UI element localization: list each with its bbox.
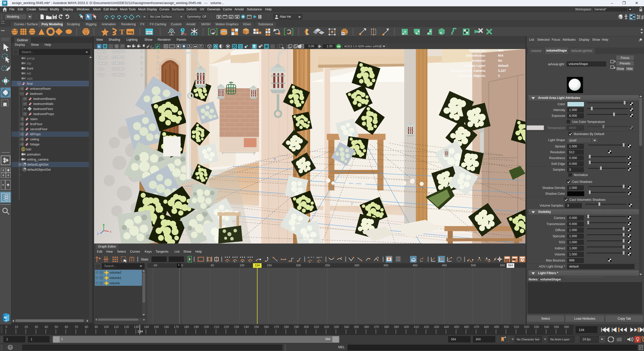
svg-text:350: 350 [354, 325, 359, 329]
svg-text:40: 40 [45, 325, 48, 329]
svg-text:ACES 1.0 SDR-video (sRGB): ACES 1.0 SDR-video (sRGB) [344, 45, 382, 48]
svg-text:370: 370 [374, 325, 379, 329]
svg-text:bedroomFloor: bedroomFloor [33, 107, 53, 111]
svg-text:0: 0 [141, 50, 143, 53]
svg-text:10: 10 [15, 325, 18, 329]
svg-text:top: top [27, 62, 31, 65]
svg-text:210: 210 [214, 325, 219, 329]
svg-text:AYA: AYA [4, 320, 7, 321]
svg-text:70: 70 [75, 325, 78, 329]
svg-text:490: 490 [494, 325, 499, 329]
svg-text:340: 340 [344, 325, 349, 329]
svg-text:T: T [119, 28, 124, 36]
svg-text:Backfaces:: Backfaces: [469, 49, 486, 52]
svg-text:20: 20 [25, 325, 28, 329]
svg-text:Instance:: Instance: [472, 59, 486, 62]
svg-text:160: 160 [164, 325, 169, 329]
svg-text:0: 0 [157, 61, 159, 65]
svg-text:320: 320 [324, 325, 329, 329]
svg-text:520: 520 [524, 325, 529, 329]
svg-text:ceiling: ceiling [30, 138, 39, 141]
svg-text:280: 280 [284, 325, 289, 329]
svg-text:0: 0 [141, 67, 143, 71]
svg-text:defaultObjectSet: defaultObjectSet [27, 168, 51, 171]
svg-text:defaultLightSet: defaultLightSet [27, 163, 49, 166]
svg-text:560: 560 [564, 325, 569, 329]
svg-text:N/A: N/A [498, 49, 504, 52]
svg-text:litProps: litProps [30, 133, 41, 136]
svg-text:bedroomBeams: bedroomBeams [33, 97, 56, 101]
svg-text:E: E [234, 260, 235, 263]
svg-text:440: 440 [444, 325, 449, 329]
svg-text:550: 550 [554, 325, 559, 329]
svg-text:entranceRoom: entranceRoom [30, 87, 51, 91]
svg-text:80: 80 [85, 325, 88, 329]
svg-text:Distance From Camera:: Distance From Camera: [450, 69, 486, 73]
svg-text:180: 180 [184, 325, 189, 329]
svg-text:250: 250 [254, 325, 259, 329]
svg-text:50: 50 [55, 325, 58, 329]
svg-text:500: 500 [504, 325, 509, 329]
svg-text:A: A [226, 260, 228, 263]
svg-text:420: 420 [424, 325, 429, 329]
svg-text:1299583: 1299583 [112, 73, 124, 77]
svg-text:volume2: volume2 [110, 271, 121, 274]
svg-text:460: 460 [464, 325, 469, 329]
svg-text:setting_camera: setting_camera [27, 158, 49, 161]
svg-text:7: 7 [351, 202, 353, 206]
svg-text:Smoothness:: Smoothness: [466, 54, 486, 57]
svg-text:1102055: 1102055 [112, 50, 124, 53]
svg-text:300: 300 [304, 325, 309, 329]
svg-text:out: out [316, 256, 320, 259]
svg-text:0: 0 [141, 61, 143, 65]
svg-text:450: 450 [454, 325, 459, 329]
svg-text:330: 330 [334, 325, 339, 329]
svg-text:foliage: foliage [30, 143, 39, 146]
svg-text:firstFloor: firstFloor [30, 122, 42, 126]
svg-text:0: 0 [141, 56, 143, 59]
svg-text:120: 120 [124, 325, 129, 329]
svg-text:left: left [27, 72, 31, 75]
svg-text:Display Layer:: Display Layer: [464, 64, 486, 68]
svg-text:default: default [498, 64, 509, 68]
svg-text:470: 470 [474, 325, 479, 329]
svg-text:60: 60 [65, 325, 68, 329]
svg-text:380: 380 [384, 325, 389, 329]
svg-text:0: 0 [157, 50, 159, 53]
svg-text:134: 134 [579, 328, 584, 332]
svg-text:140: 140 [144, 325, 149, 329]
svg-text:volume1: volume1 [110, 276, 121, 280]
svg-text:A: A [98, 45, 100, 48]
svg-text:110: 110 [114, 325, 119, 329]
svg-text:animation: animation [27, 153, 40, 156]
svg-text:in: in [308, 256, 309, 259]
svg-text:5: 5 [274, 157, 276, 161]
svg-text:480: 480 [484, 325, 489, 329]
svg-text:C: C [249, 260, 251, 263]
svg-text:0: 0 [157, 73, 159, 77]
svg-text:front: front [27, 67, 33, 70]
svg-text:150: 150 [154, 325, 159, 329]
svg-text:5.227: 5.227 [498, 69, 506, 73]
svg-text:134: 134 [137, 330, 143, 333]
svg-text:0: 0 [141, 73, 143, 77]
svg-text:200: 200 [204, 325, 209, 329]
svg-text:Stats: Stats [141, 257, 148, 261]
svg-text:130: 130 [134, 325, 139, 329]
svg-text:2179503: 2179503 [112, 56, 124, 59]
svg-text:bedroom: bedroom [30, 92, 42, 96]
svg-text:290: 290 [294, 325, 299, 329]
svg-text:190: 190 [194, 325, 199, 329]
svg-text:x: x [110, 230, 111, 233]
svg-text:1088131: 1088131 [112, 61, 124, 65]
svg-text:2161404: 2161404 [112, 67, 124, 71]
svg-text:A: A [318, 261, 319, 263]
svg-text:bedroomProps: bedroomProps [33, 112, 54, 116]
svg-text:Faces:: Faces: [97, 61, 108, 65]
svg-text:hdri: hdri [26, 148, 31, 151]
svg-text:svg: svg [127, 30, 133, 34]
svg-text:A: A [309, 261, 311, 263]
svg-text:M: M [4, 316, 7, 319]
svg-text:3: 3 [498, 74, 500, 78]
svg-text:UVs:: UVs: [97, 73, 104, 77]
